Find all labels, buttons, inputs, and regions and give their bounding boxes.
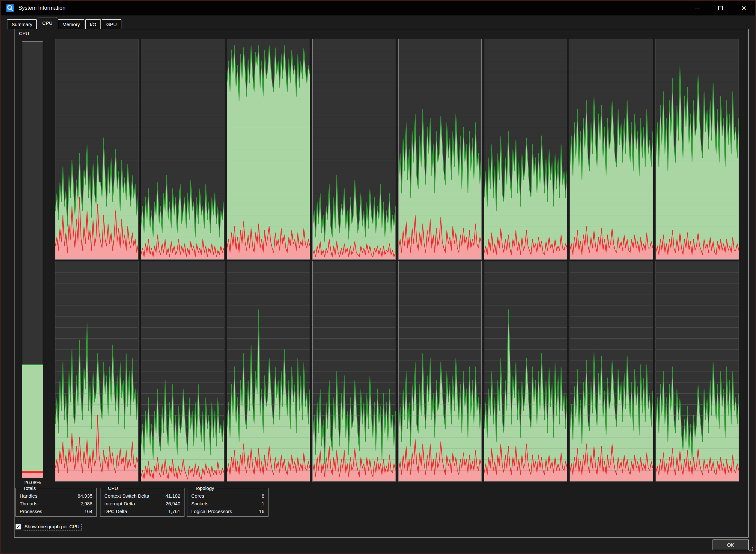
- cpu-deltas-legend: CPU: [106, 485, 120, 491]
- cpu-meter-label: CPU: [19, 31, 29, 36]
- cpu-graph-1: [141, 39, 224, 260]
- context-switch-delta-value: 41,182: [166, 492, 180, 500]
- cpu-graph-5: [484, 39, 567, 260]
- cpu-deltas-groupbox: CPU Context Switch Delta41,182Interrupt …: [100, 485, 184, 517]
- tab-cpu[interactable]: CPU: [38, 17, 57, 30]
- topology-legend: Topology: [193, 485, 216, 491]
- cpu-graph-2: [227, 39, 310, 260]
- cpu-deltas-row-interrupt-delta: Interrupt Delta26,940: [104, 500, 180, 508]
- cpu-deltas-row-dpc-delta: DPC Delta1,761: [104, 508, 180, 515]
- cpu-meter-user-fill: [22, 364, 43, 471]
- show-one-graph-per-cpu-checkbox[interactable]: ✓: [15, 524, 21, 530]
- cpu-graph-8: [55, 261, 138, 482]
- minimize-button[interactable]: [686, 1, 709, 15]
- threads-value: 2,988: [80, 500, 93, 508]
- cpu-graph-10: [227, 261, 310, 482]
- tab-summary[interactable]: Summary: [7, 19, 37, 29]
- sockets-value: 1: [262, 500, 264, 508]
- cpu-graph-12: [398, 261, 482, 482]
- ok-button[interactable]: OK: [712, 540, 749, 550]
- cores-label: Cores: [191, 492, 204, 500]
- processes-label: Processes: [20, 508, 42, 515]
- cpu-graph-9: [141, 261, 224, 482]
- cpu-graph-6: [570, 39, 653, 260]
- handles-label: Handles: [20, 492, 37, 500]
- window-title: System Information: [18, 5, 65, 11]
- cpu-deltas-row-context-switch-delta: Context Switch Delta41,182: [104, 492, 180, 500]
- cpu-deltas-rows: Context Switch Delta41,182Interrupt Delt…: [104, 492, 180, 515]
- cpu-graph-7: [655, 39, 739, 260]
- tab-strip: SummaryCPUMemoryI/OGPU: [7, 17, 122, 29]
- handles-value: 84,935: [77, 492, 93, 500]
- cores-value: 8: [262, 492, 264, 500]
- window-controls: ×: [686, 1, 755, 15]
- topology-row-cores: Cores8: [191, 492, 264, 500]
- cpu-graph-4: [398, 39, 482, 260]
- close-button[interactable]: ×: [732, 1, 755, 15]
- cpu-graph-15: [655, 261, 739, 482]
- minimize-icon: [695, 8, 700, 8]
- titlebar: System Information ×: [1, 1, 755, 15]
- interrupt-delta-value: 26,940: [166, 500, 180, 508]
- topology-rows: Cores8Sockets1Logical Processors16: [191, 492, 264, 515]
- totals-row-handles: Handles84,935: [20, 492, 93, 500]
- tab-gpu[interactable]: GPU: [102, 19, 121, 29]
- logical-processors-label: Logical Processors: [191, 508, 232, 515]
- totals-rows: Handles84,935Threads2,988Processes164: [20, 492, 93, 515]
- maximize-icon: [718, 6, 723, 10]
- topology-groupbox: Topology Cores8Sockets1Logical Processor…: [187, 485, 269, 517]
- totals-row-processes: Processes164: [20, 508, 93, 515]
- dpc-delta-value: 1,761: [168, 508, 180, 515]
- totals-groupbox: Totals Handles84,935Threads2,988Processe…: [15, 485, 97, 517]
- cpu-usage-meter: [22, 41, 43, 478]
- cpu-graph-3: [312, 39, 396, 260]
- totals-legend: Totals: [21, 485, 37, 491]
- interrupt-delta-label: Interrupt Delta: [104, 500, 135, 508]
- sockets-label: Sockets: [191, 500, 208, 508]
- threads-label: Threads: [20, 500, 37, 508]
- app-icon: [6, 4, 14, 12]
- cpu-graph-0: [55, 39, 138, 260]
- processes-value: 164: [84, 508, 93, 515]
- show-one-graph-per-cpu-label[interactable]: Show one graph per CPU: [23, 523, 82, 531]
- totals-row-threads: Threads2,988: [20, 500, 93, 508]
- cpu-graph-13: [484, 261, 567, 482]
- topology-row-logical-processors: Logical Processors16: [191, 508, 264, 515]
- cpu-graphs-grid: [55, 39, 739, 482]
- maximize-button[interactable]: [709, 1, 732, 15]
- logical-processors-value: 16: [259, 508, 264, 515]
- tab-memory[interactable]: Memory: [58, 19, 84, 29]
- resize-grip-icon[interactable]: [748, 547, 753, 552]
- topology-row-sockets: Sockets1: [191, 500, 264, 508]
- close-icon: ×: [741, 4, 746, 12]
- tab-i-o[interactable]: I/O: [85, 19, 101, 29]
- context-switch-delta-label: Context Switch Delta: [104, 492, 149, 500]
- cpu-graph-14: [570, 261, 653, 482]
- system-information-window: { "window": { "title": "System Informati…: [0, 0, 756, 554]
- cpu-tab-page: CPU 26.08% Totals Handles84,935Threads2,…: [14, 29, 749, 538]
- dpc-delta-label: DPC Delta: [104, 508, 127, 515]
- show-one-graph-per-cpu-row: ✓ Show one graph per CPU: [15, 523, 82, 531]
- cpu-usage-percent: 26.08%: [14, 480, 51, 485]
- cpu-graph-11: [312, 261, 396, 482]
- cpu-meter-kernel-fill: [22, 473, 43, 478]
- checkmark-icon: ✓: [16, 524, 20, 530]
